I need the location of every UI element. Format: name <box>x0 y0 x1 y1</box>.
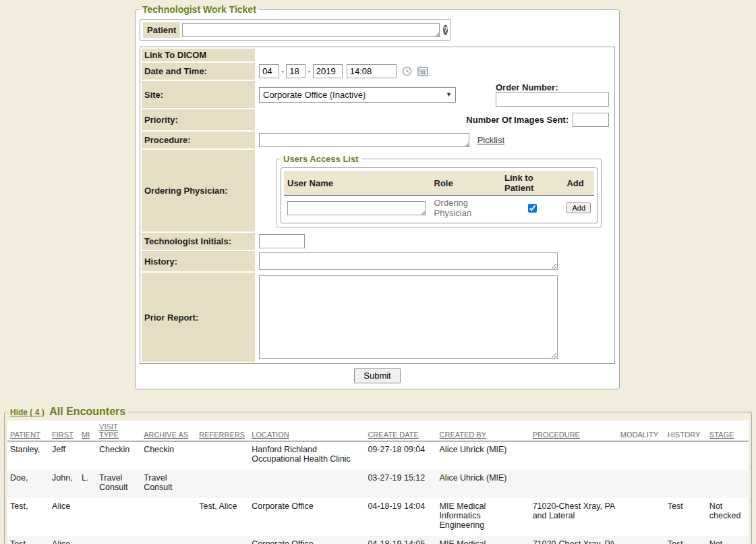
cell-created-by: Alice Uhrick (MIE) <box>437 441 530 470</box>
images-sent-label: Number Of Images Sent: <box>466 115 569 125</box>
cell-referrers <box>196 441 249 470</box>
cell-modality <box>618 536 665 544</box>
cell-create-date: 03-27-19 15:12 <box>365 470 436 498</box>
history-row: History: <box>142 251 613 271</box>
prior-report-textarea[interactable] <box>259 275 558 359</box>
patient-label: Patient <box>143 22 180 38</box>
cell-mi: L. <box>79 470 96 498</box>
cell-patient: Stanley, <box>7 441 49 470</box>
users-access-list-box: User Name Role Link to Patient Add <box>281 167 598 223</box>
cell-patient: Test, <box>7 498 49 536</box>
date-year-input[interactable] <box>313 64 343 78</box>
date-time-label: Date and Time: <box>142 63 255 80</box>
encounter-row: Test, Alice Test, Alice Corporate Office… <box>7 498 749 536</box>
cell-create-date: 04-18-19 14:04 <box>365 498 436 536</box>
cell-procedure: 71020-Chest Xray, PA and Lateral <box>530 536 618 544</box>
cell-referrers <box>196 470 249 498</box>
col-created-by[interactable]: CREATED BY <box>437 420 530 441</box>
cell-create-date: 04-18-19 14:05 <box>365 536 436 544</box>
link-to-patient-checkbox[interactable] <box>528 204 537 213</box>
technologist-initials-row: Technologist Initials: <box>142 233 613 250</box>
date-separator: - <box>281 66 284 76</box>
cell-first: Alice <box>49 536 79 544</box>
users-access-list-title: Users Access List <box>281 154 361 164</box>
priority-label: Priority: <box>142 109 255 130</box>
technologist-initials-label: Technologist Initials: <box>142 233 255 250</box>
time-input[interactable] <box>347 64 397 78</box>
col-mi[interactable]: MI <box>79 420 96 441</box>
cell-first: John, <box>49 470 79 498</box>
ticket-title: Technologist Work Ticket <box>140 4 259 15</box>
user-name-input[interactable] <box>287 201 426 215</box>
procedure-input[interactable] <box>259 133 469 147</box>
patient-input[interactable] <box>182 23 440 37</box>
cell-history: Test <box>665 536 707 544</box>
col-user-name: User Name <box>284 171 431 196</box>
images-sent-input[interactable] <box>573 113 609 127</box>
add-user-button[interactable]: Add <box>566 202 591 213</box>
technologist-initials-input[interactable] <box>259 234 305 248</box>
col-referrers[interactable]: REFERRERS <box>196 420 249 441</box>
site-select[interactable]: Corporate Office (Inactive) ▼ <box>259 87 456 103</box>
col-visit-type[interactable]: VISIT TYPE <box>96 420 141 441</box>
encounters-table: PATIENT FIRST MI VISIT TYPE ARCHIVE AS R… <box>7 420 749 544</box>
cell-patient: Test, <box>7 536 49 544</box>
submit-button[interactable]: Submit <box>354 368 400 383</box>
history-textarea[interactable] <box>259 252 558 270</box>
users-access-row: Ordering Physician Add <box>284 196 594 221</box>
date-month-input[interactable] <box>259 64 279 78</box>
hide-encounters-link[interactable]: Hide ( 4 ) <box>10 408 45 417</box>
col-create-date[interactable]: CREATE DATE <box>365 420 436 441</box>
chevron-down-icon: ▼ <box>446 91 452 98</box>
picklist-link[interactable]: Picklist <box>477 135 504 145</box>
cell-history <box>665 441 707 470</box>
patient-search-box: Patient ? <box>140 19 451 41</box>
order-number-input[interactable] <box>496 92 609 107</box>
col-modality: MODALITY <box>618 420 665 441</box>
cell-mi <box>79 441 96 470</box>
cell-location: Corporate Office <box>249 498 365 536</box>
cell-visit-type: Travel Consult <box>96 470 141 498</box>
col-history: HISTORY <box>665 420 707 441</box>
priority-row: Priority: Number Of Images Sent: <box>142 109 613 130</box>
cell-visit-type: Checkin <box>96 441 141 470</box>
cell-archive-as <box>141 498 196 536</box>
col-add: Add <box>563 171 594 196</box>
role-value: Ordering Physician <box>431 196 501 221</box>
technologist-work-ticket-panel: Technologist Work Ticket Patient ? Link … <box>135 4 620 389</box>
cell-created-by: Alice Uhrick (MIE) <box>437 470 530 498</box>
col-link-to-patient: Link to Patient <box>501 171 563 196</box>
cell-modality <box>618 441 665 470</box>
prior-report-row: Prior Report: <box>142 273 613 362</box>
cell-archive-as: Checkin <box>141 441 196 470</box>
cell-stage <box>707 441 749 470</box>
encounter-row: Doe, John, L. Travel Consult Travel Cons… <box>7 470 749 498</box>
date-day-input[interactable] <box>286 64 306 78</box>
help-icon[interactable]: ? <box>443 25 448 35</box>
ordering-physician-row: Ordering Physician: Users Access List Us… <box>142 150 613 232</box>
col-procedure[interactable]: PROCEDURE <box>530 420 618 441</box>
col-archive-as[interactable]: ARCHIVE AS <box>141 420 196 441</box>
link-to-dicom-label: Link To DICOM <box>142 49 255 61</box>
cell-history: Test <box>665 498 707 536</box>
col-first[interactable]: FIRST <box>49 420 79 441</box>
col-location[interactable]: LOCATION <box>249 420 365 441</box>
cell-modality <box>618 498 665 536</box>
cell-stage: Not checked <box>707 536 749 544</box>
cell-created-by: MIE Medical Informatics Engineering <box>437 498 530 536</box>
col-patient[interactable]: PATIENT <box>7 420 49 441</box>
prior-report-label: Prior Report: <box>142 273 255 362</box>
cell-location: Hanford Richland Occupational Health Cli… <box>249 441 365 470</box>
col-stage[interactable]: STAGE <box>707 420 749 441</box>
date-separator: - <box>308 66 310 76</box>
encounter-row: Test, Alice Corporate Office 04-18-19 14… <box>7 536 749 544</box>
procedure-row: Procedure: Picklist <box>142 132 613 148</box>
calendar-icon[interactable] <box>417 66 428 76</box>
site-label: Site: <box>142 81 255 108</box>
cell-mi <box>79 536 96 544</box>
link-to-dicom-row: Link To DICOM <box>142 49 613 61</box>
clock-icon[interactable] <box>402 66 412 76</box>
all-encounters-panel: Hide ( 4 ) All Encounters PATIENT FIRST … <box>4 406 752 544</box>
cell-modality <box>618 470 665 498</box>
cell-referrers <box>196 536 249 544</box>
